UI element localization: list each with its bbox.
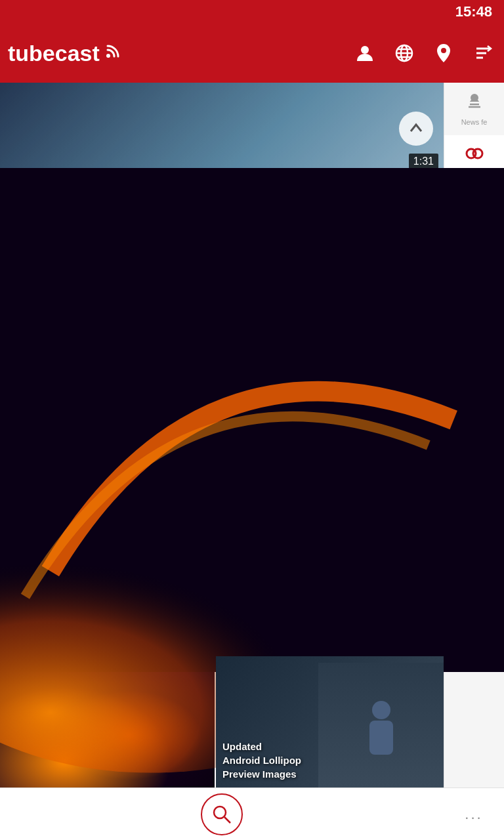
main-layout: 1:31 The West Wing 1x5 - President Bartl… [0,83,504,840]
dual-thumbnails-pf: UpdatedAndroid LollipopPreview Images [0,656,444,788]
svg-rect-28 [369,721,393,755]
search-button[interactable] [201,793,243,835]
svg-line-53 [224,817,230,823]
content-area: 1:31 The West Wing 1x5 - President Bartl… [0,83,444,840]
pf-thumb-right-text: UpdatedAndroid LollipopPreview Images [222,740,301,781]
pf-abstract-art [0,656,215,788]
pf-thumb-right: UpdatedAndroid LollipopPreview Images [216,656,444,788]
svg-point-52 [214,807,226,818]
svg-point-27 [372,701,390,719]
more-button[interactable]: ... [465,806,482,823]
pf-thumb-left [0,656,215,788]
bottom-bar [0,788,444,840]
svg-point-26 [0,656,215,773]
video-card-pink-floyd[interactable]: Pink floyd [0,608,444,798]
bottom-right-bar: ... [444,788,504,840]
